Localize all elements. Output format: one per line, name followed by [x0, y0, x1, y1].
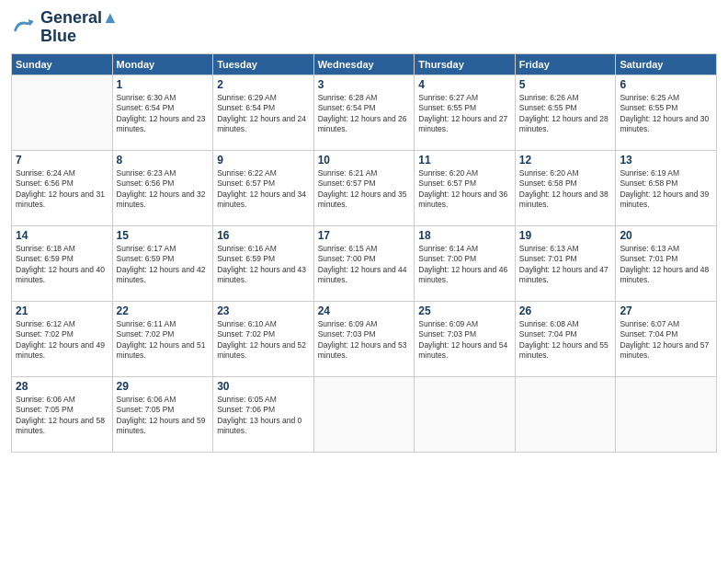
day-info: Sunrise: 6:15 AM Sunset: 7:00 PM Dayligh… [318, 244, 411, 286]
day-number: 23 [217, 304, 310, 317]
day-number: 16 [217, 229, 310, 242]
day-info: Sunrise: 6:30 AM Sunset: 6:54 PM Dayligh… [117, 93, 210, 135]
calendar-day-cell: 29 Sunrise: 6:06 AM Sunset: 7:05 PM Dayl… [112, 376, 213, 452]
weekday-header: Wednesday [313, 53, 415, 75]
logo: General▲ Blue [11, 9, 119, 46]
day-info: Sunrise: 6:26 AM Sunset: 6:55 PM Dayligh… [519, 93, 612, 135]
day-info: Sunrise: 6:12 AM Sunset: 7:02 PM Dayligh… [16, 319, 108, 362]
day-info: Sunrise: 6:24 AM Sunset: 6:56 PM Dayligh… [16, 168, 108, 211]
calendar-week-row: 21 Sunrise: 6:12 AM Sunset: 7:02 PM Dayl… [12, 301, 717, 376]
logo-icon [11, 15, 37, 40]
day-number: 22 [117, 304, 210, 317]
day-info: Sunrise: 6:20 AM Sunset: 6:58 PM Dayligh… [519, 168, 612, 211]
calendar-day-cell: 20 Sunrise: 6:13 AM Sunset: 7:01 PM Dayl… [616, 225, 717, 301]
day-number: 27 [620, 304, 712, 317]
day-number: 29 [117, 380, 210, 393]
calendar-day-cell: 24 Sunrise: 6:09 AM Sunset: 7:03 PM Dayl… [313, 301, 415, 376]
weekday-header: Friday [515, 53, 616, 75]
page-container: General▲ Blue SundayMondayTuesdayWednesd… [0, 0, 728, 462]
weekday-header: Monday [112, 53, 213, 75]
calendar-day-cell: 21 Sunrise: 6:12 AM Sunset: 7:02 PM Dayl… [12, 301, 113, 376]
day-number: 4 [418, 78, 511, 91]
weekday-header: Saturday [616, 53, 717, 75]
day-info: Sunrise: 6:21 AM Sunset: 6:57 PM Dayligh… [318, 168, 411, 211]
day-info: Sunrise: 6:23 AM Sunset: 6:56 PM Dayligh… [117, 168, 210, 211]
day-info: Sunrise: 6:16 AM Sunset: 6:59 PM Dayligh… [217, 244, 310, 286]
day-number: 6 [620, 78, 712, 91]
calendar-day-cell: 14 Sunrise: 6:18 AM Sunset: 6:59 PM Dayl… [12, 225, 113, 301]
calendar-day-cell: 18 Sunrise: 6:14 AM Sunset: 7:00 PM Dayl… [415, 225, 516, 301]
day-number: 12 [519, 154, 612, 167]
calendar-week-row: 28 Sunrise: 6:06 AM Sunset: 7:05 PM Dayl… [12, 376, 717, 452]
day-info: Sunrise: 6:28 AM Sunset: 6:54 PM Dayligh… [318, 93, 411, 135]
day-info: Sunrise: 6:13 AM Sunset: 7:01 PM Dayligh… [620, 244, 712, 286]
day-number: 18 [418, 229, 511, 242]
day-info: Sunrise: 6:13 AM Sunset: 7:01 PM Dayligh… [519, 244, 612, 286]
calendar-day-cell: 8 Sunrise: 6:23 AM Sunset: 6:56 PM Dayli… [112, 150, 213, 225]
day-info: Sunrise: 6:05 AM Sunset: 7:06 PM Dayligh… [217, 395, 310, 437]
calendar-day-cell: 5 Sunrise: 6:26 AM Sunset: 6:55 PM Dayli… [515, 75, 616, 150]
day-info: Sunrise: 6:25 AM Sunset: 6:55 PM Dayligh… [620, 93, 712, 135]
calendar-day-cell: 13 Sunrise: 6:19 AM Sunset: 6:58 PM Dayl… [616, 150, 717, 225]
day-info: Sunrise: 6:19 AM Sunset: 6:58 PM Dayligh… [620, 168, 712, 211]
calendar-day-cell [515, 376, 616, 452]
day-info: Sunrise: 6:27 AM Sunset: 6:55 PM Dayligh… [418, 93, 511, 135]
day-info: Sunrise: 6:07 AM Sunset: 7:04 PM Dayligh… [620, 319, 712, 362]
calendar-day-cell [415, 376, 516, 452]
calendar-day-cell: 4 Sunrise: 6:27 AM Sunset: 6:55 PM Dayli… [415, 75, 516, 150]
day-info: Sunrise: 6:11 AM Sunset: 7:02 PM Dayligh… [117, 319, 210, 362]
day-number: 15 [117, 229, 210, 242]
calendar-day-cell: 12 Sunrise: 6:20 AM Sunset: 6:58 PM Dayl… [515, 150, 616, 225]
calendar-day-cell: 9 Sunrise: 6:22 AM Sunset: 6:57 PM Dayli… [213, 150, 314, 225]
day-info: Sunrise: 6:29 AM Sunset: 6:54 PM Dayligh… [217, 93, 310, 135]
weekday-header: Thursday [415, 53, 516, 75]
calendar-week-row: 1 Sunrise: 6:30 AM Sunset: 6:54 PM Dayli… [12, 75, 717, 150]
day-number: 1 [117, 78, 210, 91]
calendar-day-cell: 23 Sunrise: 6:10 AM Sunset: 7:02 PM Dayl… [213, 301, 314, 376]
day-number: 21 [16, 304, 108, 317]
day-number: 20 [620, 229, 712, 242]
day-number: 10 [318, 154, 411, 167]
calendar-day-cell [616, 376, 717, 452]
day-info: Sunrise: 6:06 AM Sunset: 7:05 PM Dayligh… [117, 395, 210, 437]
day-number: 26 [519, 304, 612, 317]
calendar-day-cell: 10 Sunrise: 6:21 AM Sunset: 6:57 PM Dayl… [313, 150, 415, 225]
calendar-header-row: SundayMondayTuesdayWednesdayThursdayFrid… [12, 53, 717, 75]
calendar-week-row: 7 Sunrise: 6:24 AM Sunset: 6:56 PM Dayli… [12, 150, 717, 225]
header: General▲ Blue [11, 9, 717, 46]
calendar-day-cell: 22 Sunrise: 6:11 AM Sunset: 7:02 PM Dayl… [112, 301, 213, 376]
calendar-day-cell: 2 Sunrise: 6:29 AM Sunset: 6:54 PM Dayli… [213, 75, 314, 150]
weekday-header: Sunday [12, 53, 113, 75]
logo-text: General▲ Blue [40, 9, 119, 46]
calendar-day-cell: 7 Sunrise: 6:24 AM Sunset: 6:56 PM Dayli… [12, 150, 113, 225]
calendar-day-cell: 1 Sunrise: 6:30 AM Sunset: 6:54 PM Dayli… [112, 75, 213, 150]
calendar-day-cell: 6 Sunrise: 6:25 AM Sunset: 6:55 PM Dayli… [616, 75, 717, 150]
day-number: 19 [519, 229, 612, 242]
day-info: Sunrise: 6:09 AM Sunset: 7:03 PM Dayligh… [418, 319, 511, 362]
day-info: Sunrise: 6:18 AM Sunset: 6:59 PM Dayligh… [16, 244, 108, 286]
calendar-day-cell: 15 Sunrise: 6:17 AM Sunset: 6:59 PM Dayl… [112, 225, 213, 301]
calendar-week-row: 14 Sunrise: 6:18 AM Sunset: 6:59 PM Dayl… [12, 225, 717, 301]
calendar-day-cell: 25 Sunrise: 6:09 AM Sunset: 7:03 PM Dayl… [415, 301, 516, 376]
day-info: Sunrise: 6:17 AM Sunset: 6:59 PM Dayligh… [117, 244, 210, 286]
calendar-day-cell: 3 Sunrise: 6:28 AM Sunset: 6:54 PM Dayli… [313, 75, 415, 150]
day-number: 25 [418, 304, 511, 317]
day-number: 24 [318, 304, 411, 317]
calendar-day-cell: 30 Sunrise: 6:05 AM Sunset: 7:06 PM Dayl… [213, 376, 314, 452]
weekday-header: Tuesday [213, 53, 314, 75]
calendar: SundayMondayTuesdayWednesdayThursdayFrid… [11, 53, 717, 453]
calendar-day-cell: 26 Sunrise: 6:08 AM Sunset: 7:04 PM Dayl… [515, 301, 616, 376]
day-info: Sunrise: 6:22 AM Sunset: 6:57 PM Dayligh… [217, 168, 310, 211]
calendar-day-cell: 28 Sunrise: 6:06 AM Sunset: 7:05 PM Dayl… [12, 376, 113, 452]
calendar-day-cell: 11 Sunrise: 6:20 AM Sunset: 6:57 PM Dayl… [415, 150, 516, 225]
calendar-day-cell: 16 Sunrise: 6:16 AM Sunset: 6:59 PM Dayl… [213, 225, 314, 301]
calendar-day-cell: 17 Sunrise: 6:15 AM Sunset: 7:00 PM Dayl… [313, 225, 415, 301]
day-info: Sunrise: 6:20 AM Sunset: 6:57 PM Dayligh… [418, 168, 511, 211]
day-number: 3 [318, 78, 411, 91]
day-info: Sunrise: 6:08 AM Sunset: 7:04 PM Dayligh… [519, 319, 612, 362]
calendar-day-cell: 19 Sunrise: 6:13 AM Sunset: 7:01 PM Dayl… [515, 225, 616, 301]
day-info: Sunrise: 6:06 AM Sunset: 7:05 PM Dayligh… [16, 395, 108, 437]
day-info: Sunrise: 6:09 AM Sunset: 7:03 PM Dayligh… [318, 319, 411, 362]
calendar-day-cell [12, 75, 113, 150]
day-info: Sunrise: 6:10 AM Sunset: 7:02 PM Dayligh… [217, 319, 310, 362]
